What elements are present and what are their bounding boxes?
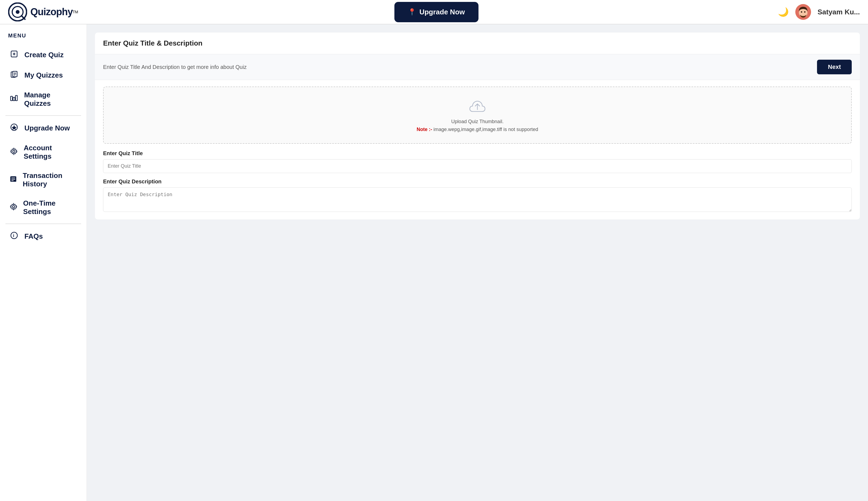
user-name: Satyam Ku...: [817, 8, 860, 16]
title-field-label: Enter Quiz Title: [103, 150, 852, 157]
svg-marker-20: [11, 125, 17, 130]
sidebar-item-transaction-history[interactable]: Transaction History: [6, 167, 81, 193]
card-title: Enter Quiz Title & Description: [103, 39, 852, 47]
manage-quizzes-icon: [9, 95, 19, 104]
topbar: QuizophyTM 📍 Upgrade Now 🌙 Satyam: [0, 0, 868, 24]
svg-rect-18: [15, 95, 17, 100]
account-settings-icon: [9, 148, 18, 157]
create-quiz-label: Create Quiz: [24, 51, 64, 59]
quiz-card-body: Upload Quiz Thumbnail. Note :- image.wep…: [95, 80, 860, 220]
quiz-card: Enter Quiz Title & Description Enter Qui…: [95, 33, 860, 220]
upload-label: Upload Quiz Thumbnail.: [109, 119, 846, 125]
logo-area: QuizophyTM: [8, 2, 95, 21]
quiz-card-subheader: Enter Quiz Title And Description to get …: [95, 54, 860, 80]
upload-note-text: image.wepg,image.gif,image.tiff is not s…: [433, 127, 538, 132]
avatar-svg: [795, 4, 811, 20]
svg-point-21: [13, 150, 15, 152]
upgrade-now-label: Upgrade Now: [24, 124, 70, 132]
faqs-label: FAQs: [24, 232, 43, 241]
dark-mode-icon[interactable]: 🌙: [778, 7, 789, 17]
sidebar-item-upgrade-now[interactable]: Upgrade Now: [6, 118, 81, 138]
my-quizzes-icon: [9, 71, 19, 80]
sidebar-item-create-quiz[interactable]: Create Quiz: [6, 45, 81, 65]
brand-name: Quizophy: [30, 6, 73, 18]
sidebar-item-my-quizzes[interactable]: My Quizzes: [6, 66, 81, 85]
nav-divider-2: [6, 224, 81, 224]
sidebar-item-manage-quizzes[interactable]: Manage Quizzes: [6, 86, 81, 113]
my-quizzes-label: My Quizzes: [24, 71, 63, 79]
manage-quizzes-label: Manage Quizzes: [24, 91, 77, 108]
sidebar-item-account-settings[interactable]: Account Settings: [6, 139, 81, 166]
quiz-description-input[interactable]: [103, 188, 852, 212]
brand-tm: TM: [73, 10, 78, 14]
card-subtitle: Enter Quiz Title And Description to get …: [103, 64, 247, 70]
sidebar: MENU Create Quiz My Quizzes Manage Quizz…: [0, 24, 87, 501]
upgrade-now-icon: [9, 124, 19, 133]
svg-point-6: [801, 11, 802, 13]
quiz-card-header: Enter Quiz Title & Description: [95, 33, 860, 54]
content-area: Enter Quiz Title & Description Enter Qui…: [87, 24, 868, 501]
create-quiz-icon: [9, 50, 19, 60]
transaction-history-icon: [9, 175, 17, 185]
one-time-settings-label: One-Time Settings: [23, 199, 77, 216]
upload-cloud-icon: [109, 98, 846, 116]
menu-label: MENU: [6, 33, 81, 39]
svg-point-7: [804, 11, 805, 13]
quiz-title-input[interactable]: [103, 159, 852, 173]
next-button[interactable]: Next: [817, 60, 852, 74]
sidebar-item-faqs[interactable]: i FAQs: [6, 227, 81, 246]
topbar-right: 🌙 Satyam Ku...: [778, 4, 860, 20]
svg-point-2: [16, 10, 20, 14]
upload-area[interactable]: Upload Quiz Thumbnail. Note :- image.wep…: [103, 86, 852, 144]
sidebar-item-one-time-settings[interactable]: One-Time Settings: [6, 194, 81, 221]
one-time-settings-icon: [9, 203, 18, 212]
faqs-icon: i: [9, 232, 19, 241]
nav-divider-1: [6, 115, 81, 116]
account-settings-label: Account Settings: [24, 144, 77, 161]
svg-rect-16: [11, 96, 12, 100]
upload-note: Note :- image.wepg,image.gif,image.tiff …: [109, 127, 846, 132]
upgrade-now-button[interactable]: 📍 Upgrade Now: [394, 2, 479, 22]
upgrade-button-label: Upgrade Now: [419, 8, 465, 16]
topbar-center: 📍 Upgrade Now: [95, 2, 778, 22]
svg-text:i: i: [13, 233, 14, 238]
svg-point-26: [12, 206, 15, 208]
main-layout: MENU Create Quiz My Quizzes Manage Quizz…: [0, 24, 868, 501]
pin-icon: 📍: [408, 8, 416, 16]
avatar[interactable]: [795, 4, 811, 20]
transaction-history-label: Transaction History: [23, 171, 77, 188]
upload-note-label: Note :-: [417, 127, 432, 132]
logo-icon: [8, 2, 27, 21]
svg-rect-17: [13, 97, 15, 100]
description-field-label: Enter Quiz Description: [103, 179, 852, 185]
